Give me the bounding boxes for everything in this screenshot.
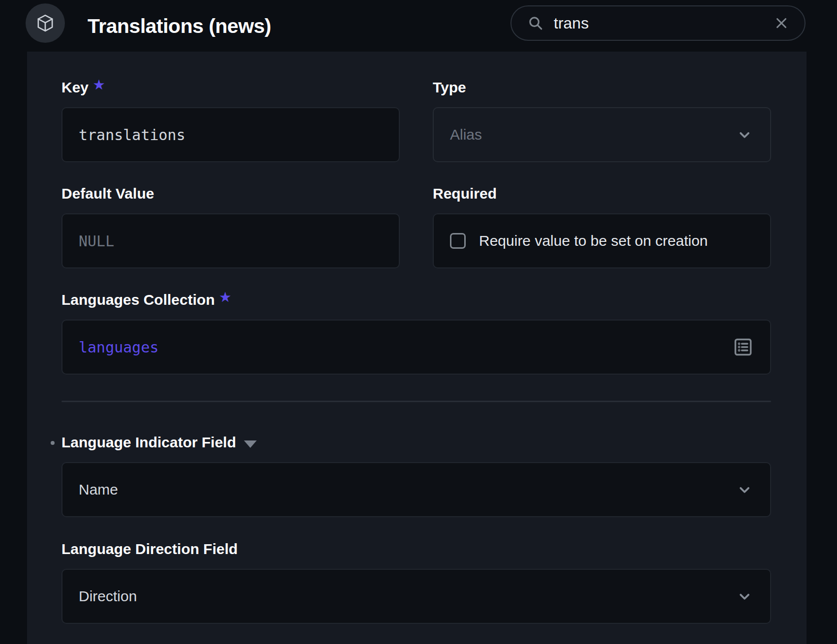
search-input[interactable]: trans (554, 14, 773, 32)
chevron-down-icon (735, 587, 754, 606)
language-direction-label: Language Direction Field (61, 540, 771, 558)
type-field-group: Type Alias (433, 79, 771, 162)
type-label: Type (433, 79, 771, 96)
list-alt-icon[interactable] (732, 336, 754, 358)
default-value-label: Default Value (61, 185, 400, 203)
required-checkbox-label: Require value to be set on creation (479, 233, 708, 249)
section-divider (61, 401, 771, 402)
chevron-down-icon (735, 125, 754, 144)
languages-collection-input[interactable]: languages (61, 320, 771, 375)
default-value-field-group: Default Value NULL (61, 185, 400, 268)
caret-down-icon[interactable] (244, 440, 257, 448)
key-label: Key ★ (61, 79, 400, 96)
key-field-group: Key ★ translations (61, 79, 400, 162)
checkbox-unchecked-icon[interactable] (450, 233, 466, 249)
language-indicator-select[interactable]: Name (61, 462, 771, 517)
search-icon (526, 14, 545, 32)
field-type-icon-button[interactable] (26, 3, 65, 43)
clear-search-icon[interactable] (773, 15, 790, 31)
language-direction-select[interactable]: Direction (61, 569, 771, 624)
field-settings-panel: Key ★ translations Type Alias (27, 52, 807, 644)
language-direction-field-group: Language Direction Field Direction (61, 540, 771, 624)
key-input[interactable]: translations (61, 107, 400, 162)
type-select[interactable]: Alias (433, 107, 771, 162)
modified-dot-icon (51, 441, 55, 445)
required-checkbox-row[interactable]: Require value to be set on creation (433, 213, 771, 268)
search-bar[interactable]: trans (510, 5, 806, 41)
cube-icon (35, 13, 55, 33)
language-indicator-label[interactable]: Language Indicator Field (61, 434, 771, 451)
language-indicator-field-group: Language Indicator Field Name (61, 434, 771, 517)
required-star: ★ (220, 288, 231, 306)
drawer-header: Translations (news) trans (0, 0, 837, 52)
default-value-input[interactable]: NULL (61, 213, 400, 268)
required-field-group: Required Require value to be set on crea… (433, 185, 771, 268)
languages-collection-label: Languages Collection ★ (61, 291, 771, 309)
languages-collection-field-group: Languages Collection ★ languages (61, 291, 771, 375)
required-star: ★ (93, 76, 104, 93)
page-title: Translations (news) (88, 14, 271, 37)
chevron-down-icon (735, 480, 754, 499)
required-label: Required (433, 185, 771, 203)
